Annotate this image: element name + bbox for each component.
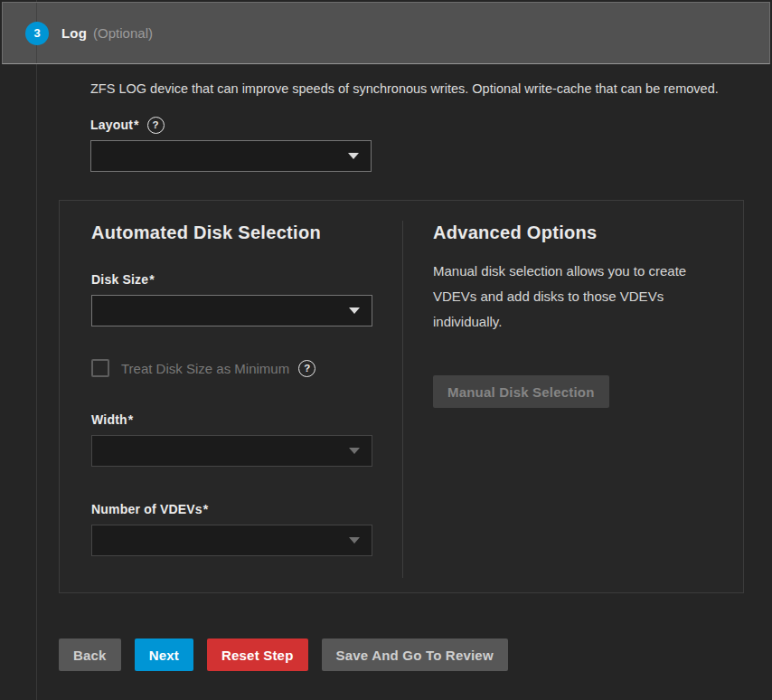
treat-disk-size-minimum-checkbox[interactable]: [91, 359, 109, 377]
step-description: ZFS LOG device that can improve speeds o…: [90, 76, 723, 102]
chevron-down-icon: [349, 307, 360, 314]
advanced-options-heading: Advanced Options: [433, 222, 743, 243]
layout-label: Layout*: [90, 117, 139, 133]
treat-disk-size-minimum-label: Treat Disk Size as Minimum: [121, 361, 289, 376]
treat-disk-size-minimum-row: Treat Disk Size as Minimum ?: [91, 359, 402, 377]
layout-field: Layout* ?: [90, 116, 772, 172]
disk-size-label: Disk Size*: [91, 271, 155, 288]
chevron-down-icon: [349, 537, 360, 544]
required-marker: *: [203, 502, 208, 516]
disk-selection-panel: Automated Disk Selection Disk Size* Trea: [59, 200, 744, 593]
advanced-options-description: Manual disk selection allows you to crea…: [433, 259, 706, 335]
step-title: Log: [61, 25, 87, 41]
required-marker: *: [134, 118, 138, 132]
help-icon[interactable]: ?: [147, 117, 165, 134]
number-of-vdevs-select[interactable]: [91, 525, 372, 556]
number-of-vdevs-label: Number of VDEVs*: [91, 501, 208, 517]
step-content: ZFS LOG device that can improve speeds o…: [0, 66, 772, 700]
width-label: Width*: [91, 411, 133, 428]
help-icon[interactable]: ?: [298, 360, 315, 377]
step-header-log[interactable]: 3 Log (Optional): [2, 2, 770, 64]
disk-size-select[interactable]: [91, 295, 372, 326]
width-field: Width*: [91, 411, 402, 467]
width-select[interactable]: [91, 435, 372, 467]
number-of-vdevs-field: Number of VDEVs*: [91, 500, 402, 556]
disk-size-field: Disk Size*: [91, 270, 402, 326]
log-wizard-step-screen: 3 Log (Optional) ZFS LOG device that can…: [0, 0, 772, 700]
step-optional-label: (Optional): [93, 25, 153, 41]
automated-disk-selection-heading: Automated Disk Selection: [91, 222, 402, 243]
required-marker: *: [149, 272, 154, 287]
automated-disk-selection-section: Automated Disk Selection Disk Size* Trea: [60, 201, 402, 592]
required-marker: *: [128, 412, 133, 427]
step-number-badge: 3: [25, 22, 49, 45]
layout-select[interactable]: [90, 140, 372, 172]
manual-disk-selection-button[interactable]: Manual Disk Selection: [433, 375, 609, 408]
advanced-options-section: Advanced Options Manual disk selection a…: [403, 201, 743, 592]
chevron-down-icon: [349, 448, 360, 454]
chevron-down-icon: [348, 153, 359, 159]
